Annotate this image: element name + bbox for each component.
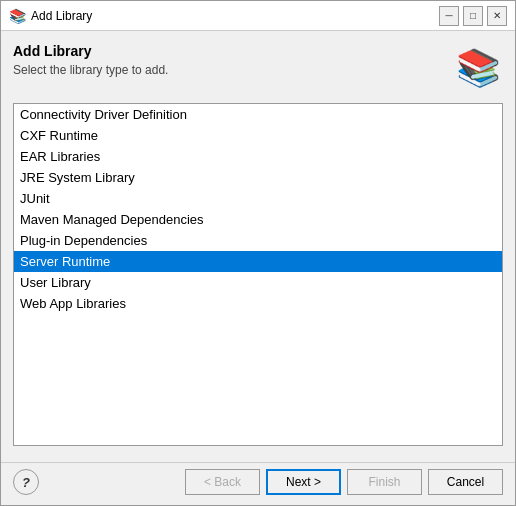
back-button[interactable]: < Back: [185, 469, 260, 495]
footer: ? < Back Next > Finish Cancel: [1, 462, 515, 505]
header-section: Add Library Select the library type to a…: [13, 43, 503, 93]
minimize-button[interactable]: ─: [439, 6, 459, 26]
title-bar-left: 📚 Add Library: [9, 8, 92, 24]
header-text: Add Library Select the library type to a…: [13, 43, 168, 77]
add-library-window: 📚 Add Library ─ □ ✕ Add Library Select t…: [0, 0, 516, 506]
footer-left: ?: [13, 469, 39, 495]
list-item[interactable]: Connectivity Driver Definition: [14, 104, 502, 125]
list-item[interactable]: JRE System Library: [14, 167, 502, 188]
books-icon: 📚: [456, 50, 501, 86]
library-list[interactable]: Connectivity Driver DefinitionCXF Runtim…: [13, 103, 503, 446]
next-button[interactable]: Next >: [266, 469, 341, 495]
help-button[interactable]: ?: [13, 469, 39, 495]
footer-right: < Back Next > Finish Cancel: [185, 469, 503, 495]
list-item[interactable]: CXF Runtime: [14, 125, 502, 146]
list-item[interactable]: Server Runtime: [14, 251, 502, 272]
finish-button[interactable]: Finish: [347, 469, 422, 495]
window-title: Add Library: [31, 9, 92, 23]
close-button[interactable]: ✕: [487, 6, 507, 26]
list-item[interactable]: Web App Libraries: [14, 293, 502, 314]
list-item[interactable]: JUnit: [14, 188, 502, 209]
list-item[interactable]: Maven Managed Dependencies: [14, 209, 502, 230]
content-area: Add Library Select the library type to a…: [1, 31, 515, 462]
page-title: Add Library: [13, 43, 168, 59]
title-bar-controls: ─ □ ✕: [439, 6, 507, 26]
header-icon-container: 📚: [453, 43, 503, 93]
list-item[interactable]: EAR Libraries: [14, 146, 502, 167]
maximize-button[interactable]: □: [463, 6, 483, 26]
list-item[interactable]: User Library: [14, 272, 502, 293]
cancel-button[interactable]: Cancel: [428, 469, 503, 495]
window-icon: 📚: [9, 8, 25, 24]
page-subtitle: Select the library type to add.: [13, 63, 168, 77]
title-bar: 📚 Add Library ─ □ ✕: [1, 1, 515, 31]
list-item[interactable]: Plug-in Dependencies: [14, 230, 502, 251]
